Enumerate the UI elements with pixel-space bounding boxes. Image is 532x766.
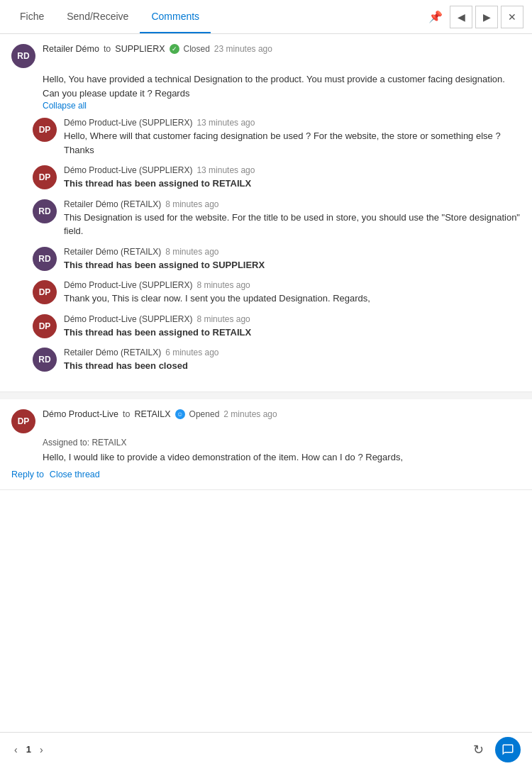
reply-1-sender: Démo Product-Live (SUPPLIERX) bbox=[64, 118, 192, 128]
tab-comments[interactable]: Comments bbox=[140, 1, 211, 33]
thread-1-replies: DP Démo Product-Live (SUPPLIERX) 13 minu… bbox=[11, 118, 521, 373]
thread-1-meta: Retailer Démo to SUPPLIERX ✓ Closed 23 m… bbox=[43, 44, 521, 54]
thread-2-recipient: RETAILX bbox=[134, 409, 170, 419]
reply-3-meta: Retailer Démo (RETAILX) 8 minutes ago bbox=[64, 199, 521, 209]
reply-7-content: Retailer Démo (RETAILX) 6 minutes ago Th… bbox=[64, 348, 219, 373]
reply-4-body: This thread has been assigned to SUPPLIE… bbox=[64, 258, 265, 272]
compose-button[interactable] bbox=[495, 737, 521, 762]
reply-7-sender: Retailer Démo (RETAILX) bbox=[64, 348, 161, 357]
prev-button[interactable]: ◀ bbox=[450, 6, 472, 28]
reply-2-avatar: DP bbox=[33, 165, 57, 189]
avatar-rd: RD bbox=[11, 44, 35, 68]
reply-2-content: Démo Product-Live (SUPPLIERX) 13 minutes… bbox=[64, 165, 255, 191]
thread-1-time: 23 minutes ago bbox=[214, 44, 272, 54]
reply-1-meta: Démo Product-Live (SUPPLIERX) 13 minutes… bbox=[64, 118, 521, 128]
prev-page-button[interactable]: ‹ bbox=[11, 741, 21, 758]
thread-2-sender: Démo Product-Live bbox=[43, 409, 118, 419]
thread-2-assigned: Assigned to: RETAILX bbox=[43, 438, 521, 448]
reply-4-content: Retailer Démo (RETAILX) 8 minutes ago Th… bbox=[64, 247, 265, 272]
reply-6-content: Démo Product-Live (SUPPLIERX) 8 minutes … bbox=[64, 314, 251, 340]
reply-7-meta: Retailer Démo (RETAILX) 6 minutes ago bbox=[64, 348, 219, 357]
thread-divider bbox=[0, 392, 532, 399]
reply-1-content: Démo Product-Live (SUPPLIERX) 13 minutes… bbox=[64, 118, 521, 157]
thread-1-recipient: SUPPLIERX bbox=[115, 44, 165, 54]
reply-2: DP Démo Product-Live (SUPPLIERX) 13 minu… bbox=[33, 165, 521, 191]
thread-1-header: RD Retailer Démo to SUPPLIERX ✓ Closed 2… bbox=[11, 44, 521, 68]
reply-7-body: This thread has been closed bbox=[64, 359, 219, 373]
thread-2-status: Opened bbox=[189, 409, 220, 419]
footer: ‹ 1 › ↻ bbox=[0, 732, 532, 766]
thread-2-time: 2 minutes ago bbox=[223, 409, 277, 419]
current-page: 1 bbox=[26, 744, 31, 755]
thread-2-body: Hello, I would like to provide a video d… bbox=[43, 450, 521, 465]
reply-6-avatar: DP bbox=[33, 314, 57, 338]
thread-1-to: to bbox=[104, 44, 111, 54]
reply-5-avatar: DP bbox=[33, 280, 57, 304]
reply-5-time: 8 minutes ago bbox=[196, 280, 250, 290]
thread-1-meta-line: Retailer Démo to SUPPLIERX ✓ Closed 23 m… bbox=[43, 44, 521, 54]
thread-2-meta: Démo Product-Live to RETAILX ☺ Opened 2 … bbox=[43, 409, 521, 419]
reply-5-meta: Démo Product-Live (SUPPLIERX) 8 minutes … bbox=[64, 280, 370, 290]
reply-1-body: Hello, Where will that customer facing d… bbox=[64, 129, 521, 157]
reply-4-meta: Retailer Démo (RETAILX) 8 minutes ago bbox=[64, 247, 265, 257]
reply-2-meta: Démo Product-Live (SUPPLIERX) 13 minutes… bbox=[64, 165, 255, 175]
thread-1-status: Closed bbox=[184, 44, 210, 54]
reply-4-sender: Retailer Démo (RETAILX) bbox=[64, 247, 161, 257]
reply-6-meta: Démo Product-Live (SUPPLIERX) 8 minutes … bbox=[64, 314, 251, 324]
reply-1: DP Démo Product-Live (SUPPLIERX) 13 minu… bbox=[33, 118, 521, 157]
reply-3-avatar: RD bbox=[33, 199, 57, 223]
reply-2-time: 13 minutes ago bbox=[196, 165, 255, 175]
header-actions: 📌 ◀ ▶ ✕ bbox=[424, 6, 523, 28]
reply-7: RD Retailer Démo (RETAILX) 6 minutes ago… bbox=[33, 348, 521, 373]
assigned-to-label: Assigned to: bbox=[43, 438, 89, 448]
reply-7-time: 6 minutes ago bbox=[165, 348, 218, 357]
reply-4-time: 8 minutes ago bbox=[165, 247, 218, 257]
thread-2-meta-line: Démo Product-Live to RETAILX ☺ Opened 2 … bbox=[43, 409, 521, 419]
reply-6-sender: Démo Product-Live (SUPPLIERX) bbox=[64, 314, 192, 324]
close-thread-link[interactable]: Close thread bbox=[50, 470, 100, 479]
reply-3: RD Retailer Démo (RETAILX) 8 minutes ago… bbox=[33, 199, 521, 238]
thread-1: RD Retailer Démo to SUPPLIERX ✓ Closed 2… bbox=[0, 34, 532, 392]
reply-1-avatar: DP bbox=[33, 118, 57, 142]
reply-5-sender: Démo Product-Live (SUPPLIERX) bbox=[64, 280, 192, 290]
reply-1-time: 13 minutes ago bbox=[196, 118, 255, 128]
thread-2-header: DP Démo Product-Live to RETAILX ☺ Opened… bbox=[11, 409, 521, 433]
reply-3-content: Retailer Démo (RETAILX) 8 minutes ago Th… bbox=[64, 199, 521, 238]
collapse-all-link[interactable]: Collapse all bbox=[43, 101, 87, 111]
pin-button[interactable]: 📌 bbox=[424, 6, 447, 28]
tab-send-receive[interactable]: Send/Receive bbox=[55, 1, 140, 33]
thread-1-body: Hello, You have provided a technical Des… bbox=[43, 72, 521, 100]
reply-3-time: 8 minutes ago bbox=[165, 199, 218, 209]
next-page-button[interactable]: › bbox=[37, 741, 46, 758]
thread-2-actions: Reply to Close thread bbox=[11, 470, 521, 479]
thread-1-sender: Retailer Démo bbox=[43, 44, 99, 54]
reply-6-body: This thread has been assigned to RETAILX bbox=[64, 326, 251, 340]
reply-to-link[interactable]: Reply to bbox=[11, 470, 44, 479]
thread-2-avatar: DP bbox=[11, 409, 35, 433]
pagination: ‹ 1 › bbox=[11, 741, 46, 758]
reply-3-body: This Designation is used for the website… bbox=[64, 211, 521, 238]
thread-1-status-icon: ✓ bbox=[170, 44, 179, 54]
reply-2-sender: Démo Product-Live (SUPPLIERX) bbox=[64, 165, 192, 175]
compose-icon bbox=[501, 743, 514, 756]
close-button[interactable]: ✕ bbox=[501, 6, 523, 28]
thread-2-to: to bbox=[123, 409, 130, 419]
content-area: RD Retailer Démo to SUPPLIERX ✓ Closed 2… bbox=[0, 34, 532, 490]
reply-3-sender: Retailer Démo (RETAILX) bbox=[64, 199, 161, 209]
next-button[interactable]: ▶ bbox=[475, 6, 498, 28]
reply-4-avatar: RD bbox=[33, 247, 57, 271]
refresh-button[interactable]: ↻ bbox=[467, 738, 489, 761]
footer-right: ↻ bbox=[467, 737, 521, 762]
reply-2-body: This thread has been assigned to RETAILX bbox=[64, 177, 255, 191]
reply-6: DP Démo Product-Live (SUPPLIERX) 8 minut… bbox=[33, 314, 521, 340]
reply-5-body: Thank you, This is clear now. I sent you… bbox=[64, 292, 370, 306]
assigned-to-value: RETAILX bbox=[92, 438, 126, 448]
reply-4: RD Retailer Démo (RETAILX) 8 minutes ago… bbox=[33, 247, 521, 272]
reply-6-time: 8 minutes ago bbox=[196, 314, 250, 324]
thread-2-status-icon: ☺ bbox=[175, 409, 185, 419]
header: Fiche Send/Receive Comments 📌 ◀ ▶ ✕ bbox=[0, 0, 532, 34]
tab-fiche[interactable]: Fiche bbox=[9, 1, 55, 33]
reply-5: DP Démo Product-Live (SUPPLIERX) 8 minut… bbox=[33, 280, 521, 306]
reply-7-avatar: RD bbox=[33, 348, 57, 372]
thread-2: DP Démo Product-Live to RETAILX ☺ Opened… bbox=[0, 399, 532, 491]
